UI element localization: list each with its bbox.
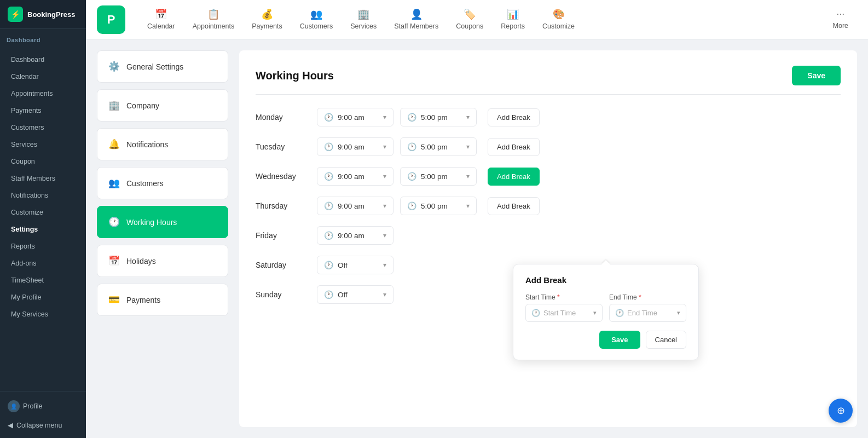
topnav-coupons-label: Coupons — [456, 22, 483, 30]
settings-card-notifications[interactable]: 🔔 Notifications — [97, 128, 228, 160]
friday-start-time[interactable]: 🕐 9:00 am ▾ — [317, 226, 394, 245]
thursday-start-time[interactable]: 🕐 9:00 am ▾ — [317, 197, 394, 215]
end-time-field: End Time * 🕐 End Time ▾ — [609, 293, 686, 322]
sidebar-item-coupon[interactable]: Coupon — [3, 153, 83, 170]
services-icon: 🏢 — [357, 8, 369, 20]
topnav-appointments-label: Appointments — [193, 22, 234, 30]
popup-title: Add Break — [525, 275, 686, 285]
sidebar-item-addons[interactable]: Add-ons — [3, 255, 83, 272]
sidebar-item-dashboard[interactable]: Dashboard — [3, 51, 83, 68]
wednesday-add-break-button[interactable]: Add Break — [488, 168, 540, 186]
help-button[interactable]: ⊕ — [829, 399, 853, 423]
topnav-more[interactable]: ··· More — [824, 0, 857, 39]
tuesday-row: Tuesday 🕐 9:00 am ▾ 🕐 5:00 pm ▾ Add Brea… — [256, 137, 841, 156]
topnav-reports[interactable]: 📊 Reports — [492, 0, 534, 39]
sidebar-item-my-profile[interactable]: My Profile — [3, 289, 83, 306]
chevron-down-icon: ▾ — [677, 309, 680, 316]
tuesday-start-time[interactable]: 🕐 9:00 am ▾ — [317, 137, 394, 156]
sidebar-item-customers[interactable]: Customers — [3, 119, 83, 136]
thursday-row: Thursday 🕐 9:00 am ▾ 🕐 5:00 pm ▾ Add Bre… — [256, 197, 841, 215]
sidebar-profile-label: Profile — [23, 402, 42, 410]
save-button[interactable]: Save — [792, 66, 841, 85]
thursday-add-break-button[interactable]: Add Break — [488, 197, 540, 215]
working-hours-panel: Working Hours Save Monday 🕐 9:00 am ▾ 🕐 … — [239, 50, 857, 427]
topnav-customize[interactable]: 🎨 Customize — [534, 0, 583, 39]
coupons-icon: 🏷️ — [464, 8, 476, 20]
topnav-appointments[interactable]: 📋 Appointments — [184, 0, 243, 39]
topnav-payments-label: Payments — [252, 22, 282, 30]
clock-icon: 🕐 — [324, 172, 333, 181]
wednesday-label: Wednesday — [256, 172, 310, 181]
clock-icon: 🕐 — [407, 113, 416, 122]
topnav-customers[interactable]: 👥 Customers — [291, 0, 342, 39]
topnav-calendar[interactable]: 📅 Calendar — [138, 0, 184, 39]
topnav-calendar-label: Calendar — [147, 22, 175, 30]
topnav-reports-label: Reports — [501, 22, 525, 30]
sidebar-item-appointments[interactable]: Appointments — [3, 85, 83, 102]
sidebar-item-customize[interactable]: Customize — [3, 204, 83, 221]
sidebar-nav: Dashboard Calendar Appointments Payments… — [0, 47, 86, 391]
sidebar-item-my-services[interactable]: My Services — [3, 306, 83, 322]
payment-icon: 💳 — [108, 294, 120, 306]
tuesday-add-break-button[interactable]: Add Break — [488, 138, 540, 156]
sidebar: ⚡ BookingPress Dashboard Dashboard Calen… — [0, 0, 86, 438]
popup-save-button[interactable]: Save — [599, 331, 640, 349]
add-break-popup: Add Break Start Time * 🕐 Start Time ▾ — [513, 264, 699, 360]
monday-start-time[interactable]: 🕐 9:00 am ▾ — [317, 108, 394, 126]
topnav-services[interactable]: 🏢 Services — [342, 0, 385, 39]
popup-start-time-select[interactable]: 🕐 Start Time ▾ — [525, 304, 603, 322]
settings-card-notifications-label: Notifications — [126, 140, 168, 149]
wednesday-start-time[interactable]: 🕐 9:00 am ▾ — [317, 167, 394, 186]
sidebar-item-payments[interactable]: Payments — [3, 102, 83, 119]
avatar: 👤 — [8, 400, 20, 412]
clock-icon: 🕐 — [324, 290, 333, 299]
main-area: P 📅 Calendar 📋 Appointments 💰 Payments 👥… — [86, 0, 868, 438]
sidebar-item-reports[interactable]: Reports — [3, 238, 83, 255]
topnav-logo-icon: P — [107, 13, 115, 27]
thursday-end-time[interactable]: 🕐 5:00 pm ▾ — [400, 197, 477, 215]
sidebar-item-services[interactable]: Services — [3, 136, 83, 153]
sunday-status-value: Off — [338, 291, 348, 299]
settings-card-holidays-label: Holidays — [126, 257, 156, 266]
collapse-menu-button[interactable]: ◀ Collapse menu — [0, 417, 86, 434]
thursday-start-value: 9:00 am — [338, 202, 364, 210]
settings-card-general[interactable]: ⚙️ General Settings — [97, 50, 228, 83]
chevron-down-icon: ▾ — [466, 202, 470, 210]
saturday-status-value: Off — [338, 261, 348, 269]
saturday-status[interactable]: 🕐 Off ▾ — [317, 256, 394, 274]
sidebar-item-staff-members[interactable]: Staff Members — [3, 170, 83, 187]
sidebar-profile-item[interactable]: 👤 Profile — [0, 396, 86, 417]
chevron-down-icon: ▾ — [466, 113, 470, 121]
topnav-staff-members[interactable]: 👤 Staff Members — [385, 0, 447, 39]
topnav-coupons[interactable]: 🏷️ Coupons — [447, 0, 492, 39]
popup-cancel-button[interactable]: Cancel — [646, 331, 686, 349]
holidays-icon: 📅 — [108, 255, 120, 267]
settings-card-working-hours[interactable]: 🕐 Working Hours — [97, 206, 228, 238]
monday-add-break-button[interactable]: Add Break — [488, 108, 540, 126]
sidebar-item-timesheet[interactable]: TimeSheet — [3, 272, 83, 289]
payments-icon: 💰 — [261, 8, 273, 20]
settings-left-panel: ⚙️ General Settings 🏢 Company 🔔 Notifica… — [97, 50, 228, 427]
settings-card-customers-label: Customers — [126, 179, 164, 188]
settings-card-payments[interactable]: 💳 Payments — [97, 284, 228, 316]
sidebar-item-calendar[interactable]: Calendar — [3, 68, 83, 85]
sidebar-item-notifications[interactable]: Notifications — [3, 187, 83, 204]
popup-end-time-select[interactable]: 🕐 End Time ▾ — [609, 304, 686, 322]
settings-card-company[interactable]: 🏢 Company — [97, 89, 228, 122]
topnav-services-label: Services — [350, 22, 377, 30]
sidebar-item-settings[interactable]: Settings — [3, 221, 83, 238]
monday-end-time[interactable]: 🕐 5:00 pm ▾ — [400, 108, 477, 126]
sidebar-app-name: BookingPress — [27, 10, 75, 19]
sunday-status[interactable]: 🕐 Off ▾ — [317, 285, 394, 304]
tuesday-end-time[interactable]: 🕐 5:00 pm ▾ — [400, 137, 477, 156]
clock-icon: 🕐 — [407, 142, 416, 151]
monday-start-value: 9:00 am — [338, 113, 364, 122]
topnav-payments[interactable]: 💰 Payments — [243, 0, 291, 39]
topnav-staff-label: Staff Members — [394, 22, 438, 30]
tuesday-start-value: 9:00 am — [338, 143, 364, 151]
staff-icon: 👤 — [410, 8, 423, 20]
wednesday-end-time[interactable]: 🕐 5:00 pm ▾ — [400, 167, 477, 186]
friday-label: Friday — [256, 231, 310, 240]
settings-card-holidays[interactable]: 📅 Holidays — [97, 245, 228, 277]
settings-card-customers[interactable]: 👥 Customers — [97, 167, 228, 199]
